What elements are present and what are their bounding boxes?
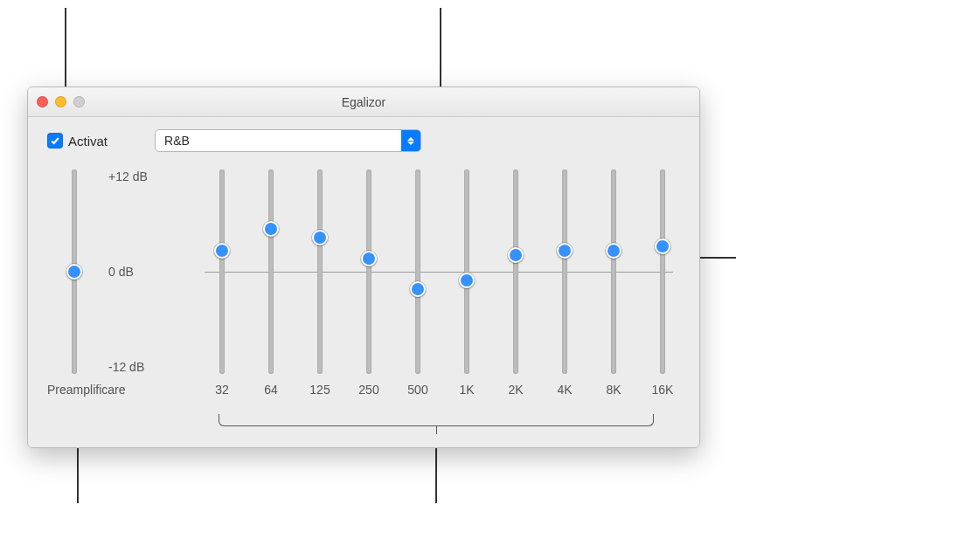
- eq-band-125: 125: [302, 169, 337, 397]
- db-max: +12 dB: [108, 169, 148, 183]
- eq-band-1K: 1K: [449, 169, 484, 397]
- band-slider-4K[interactable]: [562, 169, 567, 374]
- preset-select[interactable]: R&B: [155, 129, 421, 152]
- band-label-16K: 16K: [652, 383, 674, 397]
- band-slider-32[interactable]: [219, 169, 225, 374]
- band-slider-thumb-125[interactable]: [312, 230, 328, 245]
- band-slider-2K[interactable]: [513, 169, 518, 374]
- window-title: Egalizor: [28, 95, 699, 109]
- band-slider-thumb-8K[interactable]: [606, 243, 621, 259]
- band-slider-8K[interactable]: [611, 169, 616, 374]
- band-slider-64[interactable]: [268, 169, 274, 374]
- eq-band-64: 64: [253, 169, 288, 397]
- bands-bracket: [219, 414, 654, 426]
- band-slider-250[interactable]: [366, 169, 371, 374]
- activate-checkbox-wrap[interactable]: Activat: [47, 133, 108, 149]
- activate-checkbox[interactable]: [47, 133, 63, 149]
- db-scale: +12 dB 0 dB -12 dB: [108, 169, 148, 374]
- band-label-64: 64: [264, 383, 278, 397]
- eq-band-250: 250: [351, 169, 386, 397]
- band-slider-thumb-1K[interactable]: [459, 273, 475, 288]
- eq-band-4K: 4K: [547, 169, 582, 397]
- band-slider-thumb-16K[interactable]: [655, 239, 670, 254]
- band-label-1K: 1K: [459, 383, 474, 397]
- eq-band-500: 500: [400, 169, 435, 397]
- band-label-32: 32: [215, 383, 229, 397]
- preamp-slider-thumb[interactable]: [66, 264, 82, 280]
- band-slider-500[interactable]: [415, 169, 420, 374]
- band-slider-thumb-250[interactable]: [361, 251, 377, 266]
- preset-value: R&B: [156, 134, 198, 148]
- eq-band-2K: 2K: [498, 169, 533, 397]
- eq-bands: 32641252505001K2K4K8K16K: [205, 169, 680, 397]
- chevron-up-down-icon: [401, 130, 420, 151]
- top-controls: Activat R&B: [28, 117, 699, 152]
- eq-band-32: 32: [205, 169, 240, 397]
- band-label-2K: 2K: [508, 383, 523, 397]
- band-slider-thumb-2K[interactable]: [508, 247, 524, 263]
- band-slider-thumb-500[interactable]: [410, 281, 426, 297]
- band-label-8K: 8K: [606, 383, 621, 397]
- band-slider-125[interactable]: [317, 169, 323, 374]
- band-label-125: 125: [309, 383, 330, 397]
- eq-area: +12 dB 0 dB -12 dB Preamplificare 326412…: [47, 169, 680, 432]
- eq-band-16K: 16K: [645, 169, 680, 397]
- preamp-slider[interactable]: [72, 169, 77, 374]
- band-label-250: 250: [358, 383, 378, 397]
- equalizer-window: Egalizor Activat R&B +12 dB 0 dB -12 dB …: [27, 86, 700, 448]
- db-mid: 0 dB: [108, 265, 148, 279]
- eq-band-8K: 8K: [596, 169, 631, 397]
- band-label-4K: 4K: [557, 383, 572, 397]
- activate-label: Activat: [68, 134, 108, 149]
- band-slider-thumb-64[interactable]: [263, 221, 279, 237]
- band-slider-1K[interactable]: [464, 169, 469, 374]
- band-label-500: 500: [407, 383, 427, 397]
- titlebar: Egalizor: [28, 87, 699, 117]
- band-slider-thumb-4K[interactable]: [557, 243, 573, 259]
- db-min: -12 dB: [108, 360, 148, 374]
- band-slider-thumb-32[interactable]: [214, 243, 230, 259]
- band-slider-16K[interactable]: [660, 169, 665, 374]
- preamp-label: Preamplificare: [47, 383, 125, 397]
- check-icon: [50, 135, 60, 146]
